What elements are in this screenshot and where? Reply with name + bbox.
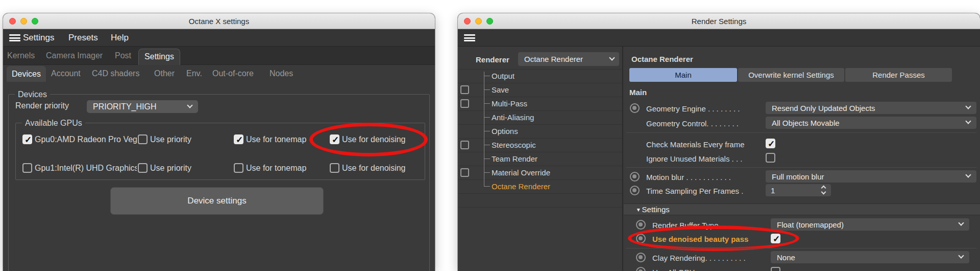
window-title: Render Settings — [458, 13, 980, 29]
hamburger-menu-icon[interactable] — [464, 34, 475, 41]
gpu0-use-priority-label: Use priority — [150, 135, 191, 144]
tree-item-team-render[interactable]: Team Render — [492, 154, 537, 163]
subtab-account[interactable]: Account — [51, 65, 81, 82]
render-priority-dropdown[interactable]: PRIORITY_HIGH — [87, 100, 198, 113]
chevron-down-icon — [965, 103, 971, 109]
ignore-unused-materials-checkbox[interactable] — [766, 153, 775, 163]
chevron-down-icon — [965, 118, 971, 124]
denoised-beauty-label: Use denoised beauty pass — [652, 235, 748, 243]
chevron-down-icon — [187, 102, 192, 108]
geometry-engine-dropdown[interactable]: Resend Only Updated Objects — [766, 102, 976, 114]
tree-item-output[interactable]: Output — [492, 72, 514, 80]
tree-item-octane-renderer[interactable]: Octane Renderer — [492, 182, 550, 191]
time-sampling-value: 1 — [771, 184, 775, 196]
motion-blur-knob-icon[interactable] — [630, 172, 640, 182]
chevron-down-icon — [958, 220, 964, 225]
denoised-beauty-knob-icon[interactable] — [636, 234, 646, 243]
titlebar[interactable]: Render Settings — [458, 13, 980, 29]
gpu1-use-for-denoising-checkbox[interactable] — [330, 163, 339, 173]
sub-tab-bar: Devices Account C4D shaders Other Env. O… — [3, 65, 435, 82]
subtab-c4d-shaders[interactable]: C4D shaders — [92, 65, 139, 82]
gpu0-use-for-denoising-label: Use for denoising — [342, 135, 406, 144]
tab-post[interactable]: Post — [115, 47, 131, 65]
hamburger-menu-icon[interactable] — [9, 34, 20, 41]
devices-group-label: Devices — [15, 89, 50, 99]
tree-item-material-override[interactable]: Material Override — [492, 168, 550, 177]
menu-presets[interactable]: Presets — [68, 29, 98, 47]
geometry-engine-knob-icon[interactable] — [630, 103, 640, 113]
gpu0-use-for-tonemap-checkbox[interactable] — [234, 134, 243, 144]
tab-camera-imager[interactable]: Camera Imager — [46, 47, 103, 65]
clay-rendering-knob-icon[interactable] — [636, 253, 646, 262]
chevron-down-icon — [958, 253, 964, 258]
tree-item-stereoscopic[interactable]: Stereoscopic — [492, 141, 536, 149]
use-all-gpus-checkbox[interactable] — [771, 267, 780, 271]
use-all-gpus-label: Use All GPUs — [652, 268, 699, 271]
window-title: Octane X settings — [3, 13, 435, 29]
settings-section-label: Settings — [642, 205, 670, 214]
render-buffer-dropdown[interactable]: Float (tonemapped) — [771, 218, 969, 231]
titlebar[interactable]: Octane X settings — [3, 13, 435, 29]
tab-render-passes[interactable]: Render Passes — [845, 68, 952, 82]
gpu1-use-priority-label: Use priority — [150, 164, 191, 173]
subtab-nodes[interactable]: Nodes — [270, 65, 293, 82]
tab-kernels[interactable]: Kernels — [7, 47, 35, 65]
gpu0-use-priority-checkbox[interactable] — [138, 134, 148, 144]
clay-rendering-value: None — [777, 251, 795, 263]
gpu0-enabled-checkbox[interactable] — [22, 134, 32, 144]
renderer-label: Renderer — [476, 55, 509, 64]
menu-bar — [458, 29, 980, 47]
render-priority-value: PRIORITY_HIGH — [93, 100, 156, 113]
tree-item-save-checkbox[interactable] — [460, 85, 469, 94]
device-settings-button[interactable]: Device settings — [110, 187, 324, 215]
ignore-unused-materials-label: Ignore Unused Materials . . . — [646, 154, 742, 163]
panel-divider — [622, 47, 623, 271]
tab-overwrite-kernel-settings[interactable]: Overwrite kernel Settings — [738, 68, 844, 82]
tree-item-options[interactable]: Options — [492, 127, 518, 136]
time-sampling-knob-icon[interactable] — [630, 186, 640, 195]
clay-rendering-dropdown[interactable]: None — [771, 251, 969, 263]
denoised-beauty-checkbox[interactable] — [771, 234, 780, 243]
motion-blur-dropdown[interactable]: Full motion blur — [766, 170, 976, 183]
tree-item-multi-pass-checkbox[interactable] — [460, 99, 469, 108]
tab-settings[interactable]: Settings — [138, 49, 180, 65]
subtab-env[interactable]: Env. — [186, 65, 202, 82]
chevron-down-icon — [609, 55, 615, 60]
gpu1-use-priority-checkbox[interactable] — [138, 163, 148, 173]
subtab-out-of-core[interactable]: Out-of-core — [212, 65, 254, 82]
use-all-gpus-knob-icon[interactable] — [636, 267, 646, 271]
tab-main[interactable]: Main — [629, 68, 737, 82]
check-materials-label: Check Materials Every frame — [646, 140, 745, 149]
subtab-other[interactable]: Other — [154, 65, 175, 82]
menu-settings[interactable]: Settings — [23, 29, 54, 47]
tree-item-save[interactable]: Save — [492, 85, 509, 94]
gpu1-use-for-denoising-label: Use for denoising — [342, 164, 406, 173]
main-tab-bar: Kernels Camera Imager Post Settings — [3, 47, 435, 65]
clay-rendering-label: Clay Rendering. . . . . . . . . . — [652, 254, 746, 262]
geometry-control-dropdown[interactable]: All Objects Movable — [766, 117, 976, 129]
menu-bar: Settings Presets Help — [3, 29, 435, 47]
settings-section-header[interactable]: ▾Settings — [624, 204, 980, 215]
geometry-control-label: Geometry Control. . . . . . . . — [646, 119, 739, 128]
gpu0-use-for-denoising-checkbox[interactable] — [330, 134, 339, 144]
renderer-dropdown[interactable]: Octane Renderer — [518, 52, 619, 66]
gpu1-use-for-tonemap-checkbox[interactable] — [234, 163, 243, 173]
check-materials-checkbox[interactable] — [766, 139, 775, 148]
gpu0-name: Gpu0:AMD Radeon Pro Vega — [35, 135, 137, 144]
gpu0-use-for-tonemap-label: Use for tonemap — [246, 135, 306, 144]
tree-item-material-override-checkbox[interactable] — [460, 168, 469, 177]
gpu1-enabled-checkbox[interactable] — [22, 163, 32, 173]
menu-help[interactable]: Help — [111, 29, 129, 47]
tree-item-stereoscopic-checkbox[interactable] — [460, 141, 469, 149]
gpu1-name: Gpu1:Intel(R) UHD Graphics — [35, 164, 137, 173]
triangle-down-icon: ▾ — [637, 206, 640, 213]
tree-item-multi-pass[interactable]: Multi-Pass — [492, 99, 527, 108]
chevron-down-icon — [965, 172, 971, 177]
render-buffer-knob-icon[interactable] — [636, 220, 646, 230]
time-sampling-input[interactable]: 1 — [766, 184, 831, 196]
gpu1-use-for-tonemap-label: Use for tonemap — [246, 164, 306, 173]
stepper-icon[interactable] — [822, 186, 827, 195]
subtab-devices[interactable]: Devices — [7, 66, 46, 82]
tree-item-anti-aliasing[interactable]: Anti-Aliasing — [492, 113, 534, 122]
render-priority-label: Render priority — [15, 101, 69, 110]
